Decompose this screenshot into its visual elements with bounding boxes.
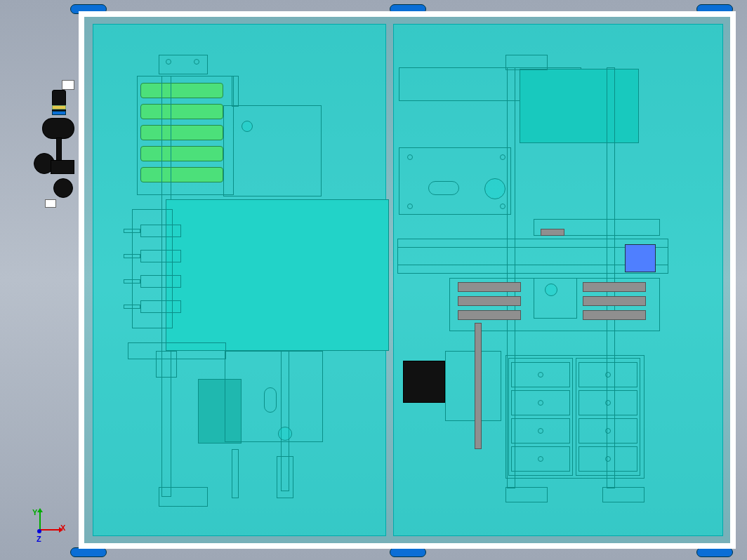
- cylinder: [140, 225, 181, 237]
- slat: [583, 282, 646, 292]
- slat: [583, 296, 646, 306]
- pallet-screw: [605, 400, 611, 406]
- elbow-fitting: [45, 199, 56, 208]
- cylinder: [140, 275, 181, 288]
- slot: [428, 181, 459, 195]
- slat: [458, 310, 521, 320]
- bore: [242, 121, 253, 132]
- pallet-screw: [605, 372, 611, 378]
- bracket-bottom-r: [505, 487, 548, 502]
- axis-y-label: Y: [32, 508, 37, 516]
- slat: [583, 310, 646, 320]
- rail-short: [232, 76, 239, 107]
- rail-short: [232, 449, 239, 498]
- pick-head: [534, 278, 577, 319]
- cylinder: [140, 250, 181, 262]
- green-roller: [140, 146, 223, 161]
- bracket-bottom-r2: [602, 487, 644, 502]
- leveling-foot: [70, 547, 107, 557]
- bracket-top-left: [159, 55, 208, 74]
- piston: [124, 254, 140, 258]
- axis-z-label: Z: [37, 535, 41, 543]
- axis-y-icon: [39, 512, 41, 531]
- piston: [124, 229, 140, 233]
- slat: [458, 296, 521, 306]
- cylinder: [140, 300, 181, 313]
- pallet-screw: [538, 372, 543, 378]
- lower-plate: [128, 342, 226, 359]
- gauge: [53, 178, 73, 198]
- right-top-block: [520, 69, 639, 143]
- piston: [124, 279, 140, 284]
- green-roller: [140, 83, 223, 98]
- elbow-fitting: [62, 80, 74, 90]
- bolt-hole: [407, 154, 413, 160]
- axis-x-label: X: [60, 524, 65, 532]
- axis-z-icon: [37, 529, 41, 533]
- stepper-motor: [403, 361, 445, 403]
- bracket-bottom: [159, 487, 208, 507]
- pallet-screw: [538, 400, 543, 406]
- leveling-foot: [696, 547, 733, 557]
- green-roller: [140, 104, 223, 119]
- carriage-block: [625, 244, 656, 272]
- pallet-screw: [605, 456, 611, 462]
- label-band: [52, 111, 66, 115]
- port: [484, 178, 505, 199]
- small-plate: [541, 229, 564, 236]
- cad-viewport[interactable]: Y X Z: [0, 0, 747, 560]
- motor-mount: [445, 351, 501, 421]
- slot: [264, 387, 277, 413]
- main-block: [166, 199, 389, 351]
- bolt-hole: [407, 204, 413, 209]
- view-triad[interactable]: Y X Z: [28, 512, 63, 547]
- pipe: [56, 138, 62, 163]
- bolt-hole: [166, 59, 171, 65]
- pallet-screw: [538, 428, 543, 434]
- tee: [51, 160, 74, 174]
- bottom-cyl: [277, 456, 293, 498]
- regulator: [42, 118, 74, 139]
- bolt-hole: [500, 154, 505, 160]
- bolt-hole: [500, 204, 505, 209]
- pallet-screw: [538, 456, 543, 462]
- upper-plate: [223, 105, 322, 196]
- pallet-screw: [605, 428, 611, 434]
- belt: [475, 323, 482, 449]
- bolt-hole: [194, 59, 199, 65]
- label-band: [52, 105, 66, 109]
- leveling-foot: [390, 547, 426, 557]
- coupling: [278, 427, 292, 441]
- piston: [124, 305, 140, 309]
- green-roller: [140, 167, 223, 182]
- slat: [458, 282, 521, 292]
- nozzle: [545, 284, 557, 296]
- axis-x-icon: [39, 529, 59, 531]
- green-roller: [140, 125, 223, 140]
